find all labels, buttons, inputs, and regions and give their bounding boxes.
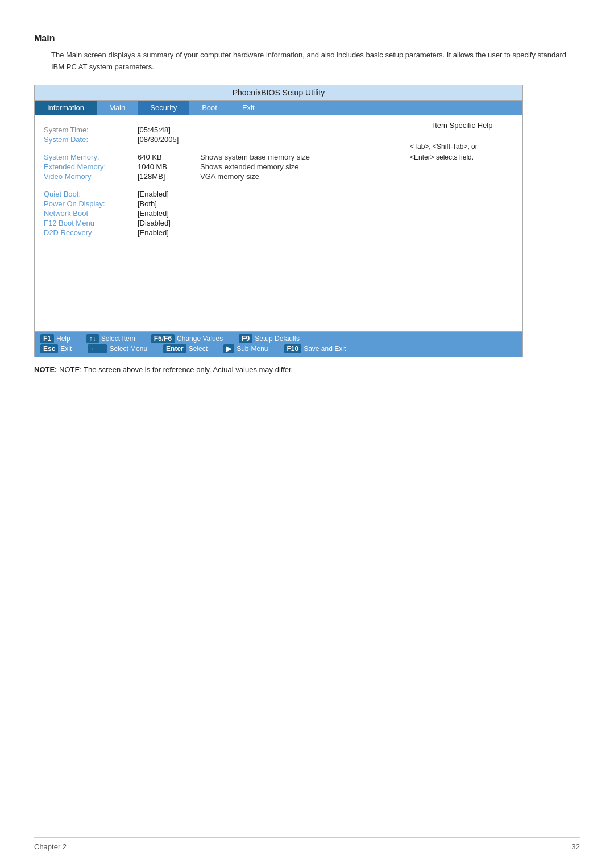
value-system-memory: 640 KB — [138, 153, 200, 161]
label-system-date: System Date: — [44, 135, 138, 144]
value-d2d-recovery[interactable]: [Enabled] — [138, 228, 200, 237]
chapter-label: Chapter 2 — [34, 842, 67, 851]
footer-item-enter: Enter Select — [163, 344, 208, 353]
key-updown: ↑↓ — [86, 334, 99, 343]
menu-item-main[interactable]: Main — [97, 101, 138, 115]
key-esc: Esc — [40, 344, 58, 353]
label-select: Select — [189, 345, 208, 353]
label-setup-defaults: Setup Defaults — [255, 335, 300, 343]
page-footer: Chapter 2 32 — [34, 837, 580, 851]
menu-item-exit[interactable]: Exit — [230, 101, 267, 115]
label-change-values: Change Values — [177, 335, 223, 343]
help-title: Item Specific Help — [410, 121, 516, 133]
label-d2d-recovery: D2D Recovery — [44, 228, 138, 237]
value-quiet-boot[interactable]: [Enabled] — [138, 190, 200, 198]
footer-item-submenu: ▶ Sub-Menu — [223, 344, 268, 353]
label-system-time: System Time: — [44, 126, 138, 134]
label-save-exit: Save and Exit — [304, 345, 346, 353]
label-select-item: Select Item — [101, 335, 135, 343]
page-number: 32 — [572, 842, 580, 851]
section-desc: The Main screen displays a summary of yo… — [51, 49, 580, 73]
bios-row-f12-boot-menu: F12 Boot Menu [Disabled] — [44, 219, 393, 227]
key-leftright: ←→ — [88, 344, 107, 353]
value-system-date[interactable]: [08/30/2005] — [138, 135, 200, 144]
bios-row-video-memory: Video Memory [128MB] VGA memory size — [44, 172, 393, 181]
menu-item-security[interactable]: Security — [138, 101, 189, 115]
bios-row-system-time: System Time: [05:45:48] — [44, 126, 393, 134]
footer-item-f10: F10 Save and Exit — [284, 344, 346, 353]
footer-item-f5f6: F5/F6 Change Values — [151, 334, 223, 343]
bios-row-system-memory: System Memory: 640 KB Shows system base … — [44, 153, 393, 161]
bios-row-d2d-recovery: D2D Recovery [Enabled] — [44, 228, 393, 237]
label-network-boot: Network Boot — [44, 209, 138, 218]
note-text: NOTE: NOTE: The screen above is for refe… — [34, 365, 580, 374]
bios-row-network-boot: Network Boot [Enabled] — [44, 209, 393, 218]
bios-menu-bar: Information Main Security Boot Exit — [35, 101, 522, 115]
section-title: Main — [34, 34, 580, 44]
value-network-boot[interactable]: [Enabled] — [138, 209, 200, 218]
label-video-memory: Video Memory — [44, 172, 138, 181]
bios-row-power-on-display: Power On Display: [Both] — [44, 199, 393, 208]
footer-row-2: Esc Exit ←→ Select Menu Enter Select ▶ S… — [40, 344, 517, 353]
bios-main-panel: System Time: [05:45:48] System Date: [08… — [35, 115, 403, 331]
footer-row-1: F1 Help ↑↓ Select Item F5/F6 Change Valu… — [40, 334, 517, 343]
footer-item-esc: Esc Exit — [40, 344, 72, 353]
bios-content: System Time: [05:45:48] System Date: [08… — [35, 115, 522, 331]
bios-row-quiet-boot: Quiet Boot: [Enabled] — [44, 190, 393, 198]
label-f12-boot-menu: F12 Boot Menu — [44, 219, 138, 227]
label-help: Help — [56, 335, 70, 343]
footer-item-select-item: ↑↓ Select Item — [86, 334, 135, 343]
menu-item-information[interactable]: Information — [35, 101, 97, 115]
bios-utility-box: PhoenixBIOS Setup Utility Information Ma… — [34, 85, 523, 357]
label-power-on-display: Power On Display: — [44, 199, 138, 208]
label-select-menu: Select Menu — [109, 345, 147, 353]
label-sub-menu: Sub-Menu — [237, 345, 268, 353]
label-extended-memory: Extended Memory: — [44, 162, 138, 171]
value-extended-memory: 1040 MB — [138, 162, 200, 171]
bios-footer: F1 Help ↑↓ Select Item F5/F6 Change Valu… — [35, 331, 522, 357]
key-enter: Enter — [163, 344, 186, 353]
label-exit: Exit — [60, 345, 72, 353]
key-f1: F1 — [40, 334, 54, 343]
bios-help-panel: Item Specific Help <Tab>, <Shift-Tab>, o… — [403, 115, 522, 331]
value-power-on-display[interactable]: [Both] — [138, 199, 200, 208]
footer-item-f9: F9 Setup Defaults — [239, 334, 300, 343]
top-rule — [34, 23, 580, 23]
label-quiet-boot: Quiet Boot: — [44, 190, 138, 198]
value-system-time[interactable]: [05:45:48] — [138, 126, 200, 134]
label-system-memory: System Memory: — [44, 153, 138, 161]
value-video-memory: [128MB] — [138, 172, 200, 181]
menu-item-boot[interactable]: Boot — [189, 101, 230, 115]
bios-row-system-date: System Date: [08/30/2005] — [44, 135, 393, 144]
desc-extended-memory: Shows extended memory size — [200, 162, 298, 171]
key-arrow: ▶ — [223, 344, 234, 353]
bios-row-extended-memory: Extended Memory: 1040 MB Shows extended … — [44, 162, 393, 171]
value-f12-boot-menu[interactable]: [Disabled] — [138, 219, 200, 227]
key-f5f6: F5/F6 — [151, 334, 175, 343]
bios-title-bar: PhoenixBIOS Setup Utility — [35, 85, 522, 101]
footer-item-f1: F1 Help — [40, 334, 70, 343]
key-f10: F10 — [284, 344, 302, 353]
footer-item-select-menu: ←→ Select Menu — [88, 344, 147, 353]
desc-system-memory: Shows system base memory size — [200, 153, 310, 161]
help-text: <Tab>, <Shift-Tab>, or<Enter> selects fi… — [410, 141, 516, 163]
key-f9: F9 — [239, 334, 252, 343]
desc-video-memory: VGA memory size — [200, 172, 259, 181]
